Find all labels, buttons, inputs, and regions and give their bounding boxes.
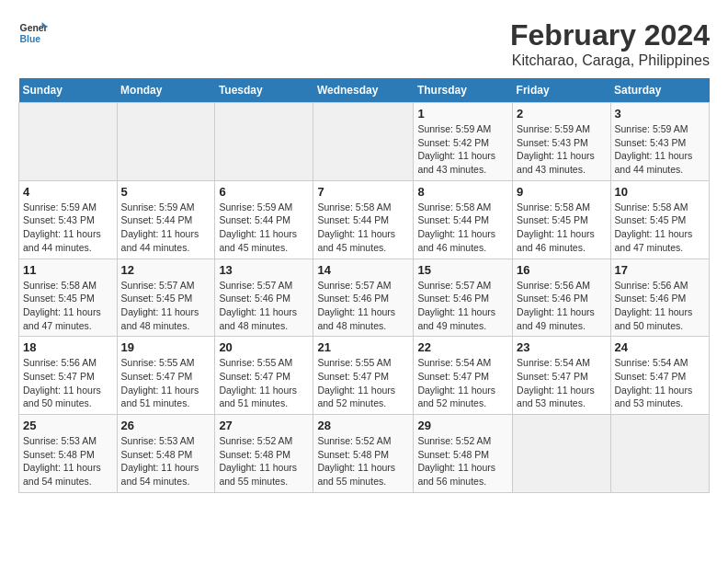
page-subtitle: Kitcharao, Caraga, Philippines [510, 52, 710, 69]
day-number: 13 [219, 263, 309, 277]
calendar-cell: 7Sunrise: 5:58 AM Sunset: 5:44 PM Daylig… [313, 180, 414, 259]
calendar-week-1: 4Sunrise: 5:59 AM Sunset: 5:43 PM Daylig… [19, 180, 710, 259]
day-number: 27 [219, 419, 309, 432]
day-info: Sunrise: 5:59 AM Sunset: 5:43 PM Dayligh… [517, 122, 606, 177]
calendar-cell [313, 103, 414, 181]
day-info: Sunrise: 5:53 AM Sunset: 5:48 PM Dayligh… [23, 434, 113, 488]
calendar-cell: 17Sunrise: 5:56 AM Sunset: 5:46 PM Dayli… [610, 259, 709, 337]
day-info: Sunrise: 5:59 AM Sunset: 5:42 PM Dayligh… [417, 122, 508, 177]
calendar-week-4: 25Sunrise: 5:53 AM Sunset: 5:48 PM Dayli… [19, 415, 710, 493]
calendar-cell: 13Sunrise: 5:57 AM Sunset: 5:46 PM Dayli… [215, 259, 313, 337]
calendar-cell: 4Sunrise: 5:59 AM Sunset: 5:43 PM Daylig… [19, 180, 118, 259]
day-info: Sunrise: 5:53 AM Sunset: 5:48 PM Dayligh… [121, 434, 211, 488]
calendar-week-0: 1Sunrise: 5:59 AM Sunset: 5:42 PM Daylig… [19, 103, 710, 181]
calendar-cell: 3Sunrise: 5:59 AM Sunset: 5:43 PM Daylig… [610, 103, 709, 181]
day-number: 26 [121, 419, 211, 432]
calendar-cell: 8Sunrise: 5:58 AM Sunset: 5:44 PM Daylig… [414, 180, 513, 259]
day-number: 25 [23, 419, 113, 432]
day-info: Sunrise: 5:59 AM Sunset: 5:44 PM Dayligh… [121, 201, 211, 255]
day-number: 12 [121, 263, 211, 277]
day-number: 10 [615, 185, 705, 199]
day-number: 11 [23, 263, 113, 277]
calendar-cell [117, 103, 215, 181]
day-number: 24 [615, 340, 705, 354]
svg-text:Blue: Blue [20, 34, 41, 44]
calendar-cell: 19Sunrise: 5:55 AM Sunset: 5:47 PM Dayli… [117, 337, 215, 415]
calendar-week-3: 18Sunrise: 5:56 AM Sunset: 5:47 PM Dayli… [19, 337, 710, 415]
calendar-cell: 27Sunrise: 5:52 AM Sunset: 5:48 PM Dayli… [215, 415, 313, 493]
day-number: 23 [517, 340, 606, 354]
day-info: Sunrise: 5:59 AM Sunset: 5:43 PM Dayligh… [615, 122, 705, 177]
page-title: February 2024 [510, 18, 710, 52]
calendar-cell: 16Sunrise: 5:56 AM Sunset: 5:46 PM Dayli… [513, 259, 610, 337]
calendar-header-row: SundayMondayTuesdayWednesdayThursdayFrid… [19, 78, 710, 103]
header-saturday: Saturday [610, 78, 709, 103]
day-info: Sunrise: 5:52 AM Sunset: 5:48 PM Dayligh… [219, 434, 309, 488]
day-info: Sunrise: 5:59 AM Sunset: 5:43 PM Dayligh… [23, 201, 113, 255]
day-info: Sunrise: 5:54 AM Sunset: 5:47 PM Dayligh… [615, 356, 705, 410]
day-number: 5 [121, 185, 211, 199]
calendar-cell: 26Sunrise: 5:53 AM Sunset: 5:48 PM Dayli… [117, 415, 215, 493]
header-wednesday: Wednesday [313, 78, 414, 103]
day-number: 6 [219, 185, 309, 199]
day-number: 29 [417, 419, 508, 432]
day-number: 4 [23, 185, 113, 199]
day-info: Sunrise: 5:57 AM Sunset: 5:46 PM Dayligh… [219, 279, 309, 333]
header-sunday: Sunday [19, 78, 118, 103]
calendar-cell: 29Sunrise: 5:52 AM Sunset: 5:48 PM Dayli… [414, 415, 513, 493]
calendar-cell: 18Sunrise: 5:56 AM Sunset: 5:47 PM Dayli… [19, 337, 118, 415]
day-number: 17 [615, 263, 705, 277]
page-header: General Blue February 2024 Kitcharao, Ca… [18, 18, 710, 69]
calendar-cell: 11Sunrise: 5:58 AM Sunset: 5:45 PM Dayli… [19, 259, 118, 337]
calendar-cell: 28Sunrise: 5:52 AM Sunset: 5:48 PM Dayli… [313, 415, 414, 493]
header-friday: Friday [513, 78, 610, 103]
day-number: 9 [517, 185, 606, 199]
day-number: 20 [219, 340, 309, 354]
day-number: 16 [517, 263, 606, 277]
calendar-cell: 2Sunrise: 5:59 AM Sunset: 5:43 PM Daylig… [513, 103, 610, 181]
day-number: 1 [417, 107, 508, 121]
calendar-cell: 9Sunrise: 5:58 AM Sunset: 5:45 PM Daylig… [513, 180, 610, 259]
day-number: 28 [317, 419, 409, 432]
day-number: 7 [317, 185, 409, 199]
day-info: Sunrise: 5:58 AM Sunset: 5:45 PM Dayligh… [23, 279, 113, 333]
day-number: 8 [417, 185, 508, 199]
calendar-cell: 22Sunrise: 5:54 AM Sunset: 5:47 PM Dayli… [414, 337, 513, 415]
calendar-cell: 10Sunrise: 5:58 AM Sunset: 5:45 PM Dayli… [610, 180, 709, 259]
calendar-cell: 6Sunrise: 5:59 AM Sunset: 5:44 PM Daylig… [215, 180, 313, 259]
day-info: Sunrise: 5:56 AM Sunset: 5:46 PM Dayligh… [615, 279, 705, 333]
day-info: Sunrise: 5:52 AM Sunset: 5:48 PM Dayligh… [317, 434, 409, 488]
day-info: Sunrise: 5:57 AM Sunset: 5:45 PM Dayligh… [121, 279, 211, 333]
day-info: Sunrise: 5:52 AM Sunset: 5:48 PM Dayligh… [417, 434, 508, 488]
day-info: Sunrise: 5:59 AM Sunset: 5:44 PM Dayligh… [219, 201, 309, 255]
day-info: Sunrise: 5:57 AM Sunset: 5:46 PM Dayligh… [317, 279, 409, 333]
calendar-cell: 20Sunrise: 5:55 AM Sunset: 5:47 PM Dayli… [215, 337, 313, 415]
day-info: Sunrise: 5:58 AM Sunset: 5:45 PM Dayligh… [517, 201, 606, 255]
day-number: 15 [417, 263, 508, 277]
day-number: 3 [615, 107, 705, 121]
day-info: Sunrise: 5:57 AM Sunset: 5:46 PM Dayligh… [417, 279, 508, 333]
header-tuesday: Tuesday [215, 78, 313, 103]
day-number: 21 [317, 340, 409, 354]
day-info: Sunrise: 5:54 AM Sunset: 5:47 PM Dayligh… [517, 356, 606, 410]
calendar-cell: 25Sunrise: 5:53 AM Sunset: 5:48 PM Dayli… [19, 415, 118, 493]
calendar-cell: 5Sunrise: 5:59 AM Sunset: 5:44 PM Daylig… [117, 180, 215, 259]
calendar-cell [513, 415, 610, 493]
logo: General Blue [18, 18, 48, 48]
calendar-cell [19, 103, 118, 181]
calendar-cell: 15Sunrise: 5:57 AM Sunset: 5:46 PM Dayli… [414, 259, 513, 337]
calendar-week-2: 11Sunrise: 5:58 AM Sunset: 5:45 PM Dayli… [19, 259, 710, 337]
day-info: Sunrise: 5:58 AM Sunset: 5:44 PM Dayligh… [417, 201, 508, 255]
calendar-cell [610, 415, 709, 493]
title-block: February 2024 Kitcharao, Caraga, Philipp… [510, 18, 710, 69]
calendar-cell: 1Sunrise: 5:59 AM Sunset: 5:42 PM Daylig… [414, 103, 513, 181]
calendar-cell: 21Sunrise: 5:55 AM Sunset: 5:47 PM Dayli… [313, 337, 414, 415]
calendar-table: SundayMondayTuesdayWednesdayThursdayFrid… [18, 78, 710, 493]
header-monday: Monday [117, 78, 215, 103]
calendar-cell [215, 103, 313, 181]
day-number: 18 [23, 340, 113, 354]
calendar-cell: 12Sunrise: 5:57 AM Sunset: 5:45 PM Dayli… [117, 259, 215, 337]
logo-icon: General Blue [18, 18, 48, 48]
calendar-cell: 23Sunrise: 5:54 AM Sunset: 5:47 PM Dayli… [513, 337, 610, 415]
day-info: Sunrise: 5:56 AM Sunset: 5:47 PM Dayligh… [23, 356, 113, 410]
